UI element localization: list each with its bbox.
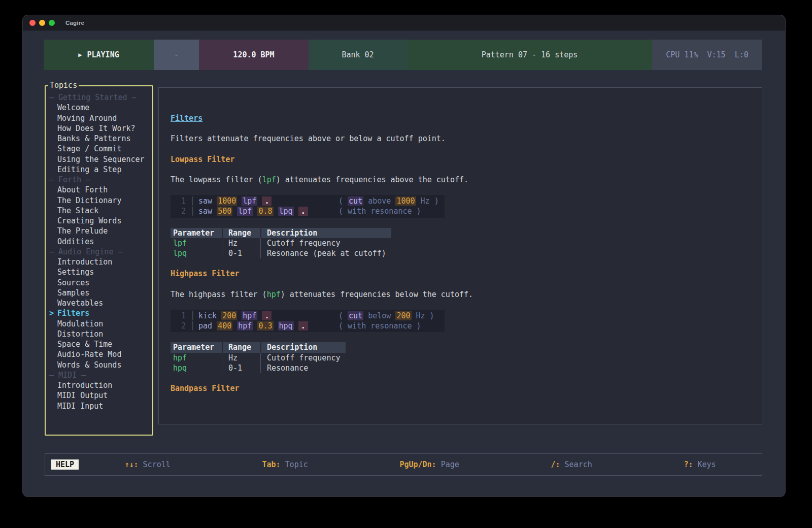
- selected-item-marker: >: [49, 308, 54, 318]
- sidebar-item-introduction[interactable]: Introduction: [46, 380, 152, 390]
- shortcut-label: Scroll: [139, 460, 171, 469]
- sidebar-item-how-does-it-work[interactable]: How Does It Work?: [46, 123, 152, 134]
- sidebar-item-distortion[interactable]: Distortion: [46, 329, 152, 339]
- app-window: Cagire ▶PLAYING - 120.0 BPM Bank 02 Patt…: [23, 15, 785, 497]
- table-cell: hpf: [171, 353, 222, 363]
- sidebar-item-introduction[interactable]: Introduction: [46, 257, 152, 267]
- section-heading-bandpass-filter: Bandpass Filter: [171, 383, 752, 393]
- cpu-voices-stats: CPU 11% V:15 L:0: [652, 40, 762, 70]
- sidebar-item-space-time[interactable]: Space & Time: [46, 339, 152, 349]
- table-cell: Cutoff frequency: [260, 353, 346, 363]
- table-header-cell: Description: [260, 342, 346, 352]
- table-cell: Hz: [222, 238, 260, 248]
- table-cell: lpq: [171, 248, 222, 258]
- sidebar-item-audio-rate-mod[interactable]: Audio-Rate Mod: [46, 349, 152, 359]
- sidebar-item-sources[interactable]: Sources: [46, 278, 152, 288]
- content-sections: Lowpass FilterThe lowpass filter (lpf) a…: [171, 154, 752, 394]
- help-mode-badge: HELP: [51, 459, 79, 470]
- title-bar: Cagire: [23, 15, 785, 30]
- sidebar-item-midi-output[interactable]: MIDI Output: [46, 390, 152, 401]
- code-line: 1│kick 200 hpf .( cut below 200 Hz ): [171, 311, 445, 321]
- parameter-table: ParameterRangeDescriptionhpfHzCutoff fre…: [171, 342, 752, 373]
- sidebar-item-midi-input[interactable]: MIDI Input: [46, 401, 152, 411]
- table-header-cell: Range: [222, 228, 260, 238]
- sidebar-item-wavetables[interactable]: Wavetables: [46, 298, 152, 308]
- table-header-cell: Range: [222, 342, 260, 352]
- sidebar-item-the-prelude[interactable]: The Prelude: [46, 226, 152, 236]
- table-cell: Hz: [222, 353, 260, 363]
- topics-sidebar: Topics — Getting Started —WelcomeMoving …: [45, 85, 153, 436]
- sidebar-item-oddities[interactable]: Oddities: [46, 237, 152, 247]
- code-line: 2│saw 500 lpf 0.8 lpq .( with resonance …: [171, 206, 445, 216]
- shortcut-key: PgUp/Dn:: [399, 460, 436, 469]
- pattern-indicator: Pattern 07 - 16 steps: [407, 40, 652, 70]
- topics-sidebar-title: Topics: [48, 81, 79, 90]
- code-example: 1│saw 1000 lpf .( cut above 1000 Hz )2│s…: [171, 195, 445, 218]
- dash-segment: -: [154, 40, 199, 70]
- section-heading-lowpass-filter: Lowpass Filter: [171, 154, 752, 164]
- sidebar-item-the-dictionary[interactable]: The Dictionary: [46, 195, 152, 206]
- section-body: The highpass filter (hpf) attenuates fre…: [171, 289, 752, 300]
- play-icon: ▶: [78, 51, 82, 58]
- sidebar-item-editing-a-step[interactable]: Editing a Step: [46, 164, 152, 175]
- shortcut-key: ↑↓:: [124, 460, 138, 469]
- sidebar-item-banks-patterns[interactable]: Banks & Patterns: [46, 134, 152, 144]
- shortcut-topic: Tab: Topic: [262, 460, 308, 469]
- minimize-window-button[interactable]: [39, 20, 45, 26]
- table-header-cell: Parameter: [171, 228, 222, 238]
- shortcut-hints: ↑↓: ScrollTab: TopicPgUp/Dn: Page/: Sear…: [79, 460, 762, 469]
- shortcut-scroll: ↑↓: Scroll: [124, 460, 170, 469]
- sidebar-item-modulation[interactable]: Modulation: [46, 319, 152, 329]
- intro-paragraph: Filters attenuate frequencies above or b…: [171, 134, 752, 144]
- window-controls: [29, 20, 55, 26]
- sidebar-item-moving-around[interactable]: Moving Around: [46, 113, 152, 123]
- sidebar-item-using-the-sequencer[interactable]: Using the Sequencer: [46, 154, 152, 164]
- sidebar-section-getting-started: — Getting Started —: [46, 92, 152, 103]
- bpm-indicator: 120.0 BPM: [199, 40, 309, 70]
- sidebar-section-forth: — Forth —: [46, 175, 152, 185]
- sidebar-item-samples[interactable]: Samples: [46, 288, 152, 298]
- playing-indicator[interactable]: ▶PLAYING: [44, 40, 154, 70]
- table-header-cell: Description: [260, 228, 391, 238]
- zoom-window-button[interactable]: [49, 20, 55, 26]
- table-cell: 0-1: [222, 363, 260, 373]
- shortcut-label: Topic: [281, 460, 308, 469]
- line-number: 1: [171, 196, 186, 206]
- key-hints-bar: HELP ↑↓: ScrollTab: TopicPgUp/Dn: Page/:…: [45, 453, 762, 476]
- table-cell: hpq: [171, 363, 222, 373]
- sidebar-item-about-forth[interactable]: About Forth: [46, 185, 152, 195]
- shortcut-label: Page: [436, 460, 459, 469]
- sidebar-item-settings[interactable]: Settings: [46, 267, 152, 277]
- page-title: Filters: [171, 113, 202, 123]
- parameter-table: ParameterRangeDescriptionlpfHzCutoff fre…: [171, 228, 752, 259]
- code-line: 1│saw 1000 lpf .( cut above 1000 Hz ): [171, 196, 445, 206]
- sidebar-item-words-sounds[interactable]: Words & Sounds: [46, 360, 152, 370]
- table-cell: Resonance (peak at cutoff): [260, 248, 391, 258]
- shortcut-search: /: Search: [551, 460, 592, 469]
- sidebar-item-creating-words[interactable]: Creating Words: [46, 216, 152, 226]
- sidebar-section-audio-engine: — Audio Engine —: [46, 247, 152, 257]
- shortcut-label: Keys: [693, 460, 716, 469]
- close-window-button[interactable]: [29, 20, 36, 26]
- sidebar-item-stage-commit[interactable]: Stage / Commit: [46, 144, 152, 154]
- line-number: 1: [171, 311, 186, 321]
- sidebar-item-filters[interactable]: >Filters: [46, 308, 152, 318]
- shortcut-page: PgUp/Dn: Page: [399, 460, 459, 469]
- shortcut-key: Tab:: [262, 460, 280, 469]
- code-comment: ( cut below 200 Hz ): [339, 311, 434, 320]
- code-comment: ( cut above 1000 Hz ): [339, 196, 439, 206]
- shortcut-key: /:: [551, 460, 560, 469]
- table-header-cell: Parameter: [171, 342, 222, 352]
- code-comment: ( with resonance ): [339, 207, 421, 216]
- line-number: 2: [171, 206, 186, 216]
- section-heading-highpass-filter: Highpass Filter: [171, 269, 752, 279]
- table-cell: Cutoff frequency: [260, 238, 391, 248]
- shortcut-label: Search: [560, 460, 592, 469]
- topics-list: — Getting Started —WelcomeMoving AroundH…: [46, 86, 152, 435]
- sidebar-item-the-stack[interactable]: The Stack: [46, 206, 152, 216]
- table-cell: lpf: [171, 238, 222, 248]
- sidebar-item-welcome[interactable]: Welcome: [46, 103, 152, 113]
- shortcut-keys: ?: Keys: [684, 460, 716, 469]
- help-content-panel[interactable]: Filters Filters attenuate frequencies ab…: [158, 87, 762, 424]
- transport-status-bar: ▶PLAYING - 120.0 BPM Bank 02 Pattern 07 …: [44, 40, 762, 70]
